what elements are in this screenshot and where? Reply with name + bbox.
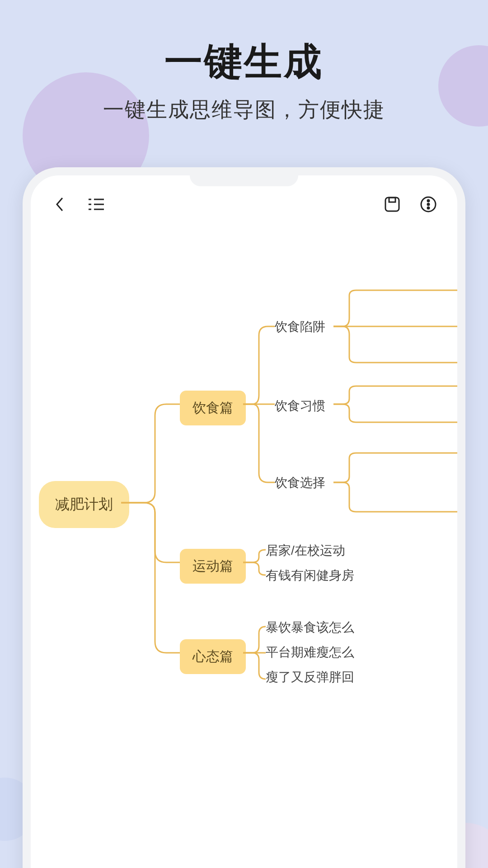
mindmap-leaf-node[interactable]: 饮食陷阱 [275,318,325,335]
mindmap-branch-node[interactable]: 心态篇 [180,639,246,674]
chevron-left-icon [53,195,66,213]
svg-point-9 [427,200,429,202]
mindmap-leaf-node[interactable]: 有钱有闲健身房 [266,567,354,584]
node-label: 减肥计划 [55,495,113,514]
mindmap-canvas[interactable]: 减肥计划 饮食篇 饮食陷阱 饮食习惯 饮食选择 运动篇 居家/在校运动 有钱有闲… [31,223,457,868]
save-icon [384,196,401,213]
svg-point-11 [427,207,429,209]
mindmap-branch-node[interactable]: 饮食篇 [180,391,246,425]
svg-point-10 [427,203,429,205]
back-button[interactable] [50,194,70,214]
mindmap-leaf-node[interactable]: 平台期难瘦怎么 [266,644,354,661]
more-button[interactable] [418,194,438,214]
save-button[interactable] [382,194,402,214]
node-label: 心态篇 [192,647,233,666]
node-label: 运动篇 [192,557,233,576]
mindmap-branch-node[interactable]: 运动篇 [180,549,246,584]
node-label: 饮食篇 [192,399,233,417]
svg-rect-6 [385,198,399,211]
mindmap-root-node[interactable]: 减肥计划 [39,481,129,528]
outline-button[interactable] [86,194,106,214]
phone-frame: 减肥计划 饮食篇 饮食陷阱 饮食习惯 饮食选择 运动篇 居家/在校运动 有钱有闲… [23,167,465,868]
list-icon [87,197,105,212]
mindmap-leaf-node[interactable]: 瘦了又反弹胖回 [266,669,354,686]
phone-notch [190,174,298,186]
svg-rect-7 [389,198,395,202]
mindmap-leaf-node[interactable]: 居家/在校运动 [266,542,345,559]
mindmap-leaf-node[interactable]: 饮食选择 [275,474,325,491]
mindmap-leaf-node[interactable]: 饮食习惯 [275,397,325,415]
hero-title: 一键生成 [0,36,488,88]
more-vertical-icon [420,196,437,213]
hero-section: 一键生成 一键生成思维导图，方便快捷 [0,36,488,124]
hero-subtitle: 一键生成思维导图，方便快捷 [0,96,488,124]
mindmap-leaf-node[interactable]: 暴饮暴食该怎么 [266,619,354,636]
